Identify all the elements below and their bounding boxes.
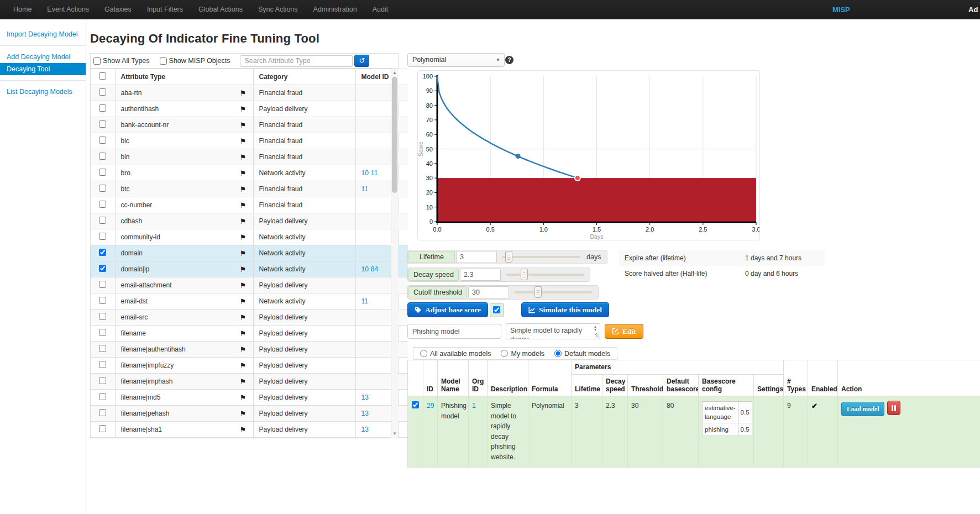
model-description-textarea[interactable]: Simple model to rapidly decay — [506, 323, 600, 339]
model-id-link[interactable]: 10 — [361, 265, 369, 273]
attribute-row-checkbox[interactable] — [99, 120, 106, 128]
filter-my-models[interactable]: My models — [501, 350, 544, 358]
simulate-model-button[interactable]: Simulate this model — [521, 302, 609, 317]
filter-all-available-models[interactable]: All available models — [420, 350, 491, 358]
model-id-link[interactable]: 11 — [361, 297, 368, 305]
nav-user-menu[interactable]: Ad — [968, 0, 978, 19]
pause-model-button[interactable] — [887, 401, 900, 415]
nav-item-galaxies[interactable]: Galaxies — [97, 6, 139, 13]
scrollbar-up-icon[interactable]: ▲ — [391, 69, 398, 76]
model-org-link[interactable]: 1 — [472, 402, 476, 410]
model-id-link[interactable]: 13 — [361, 410, 369, 417]
slider-handle[interactable] — [534, 286, 542, 298]
attribute-row-checkbox[interactable] — [99, 361, 106, 368]
scrollbar[interactable]: ▲ ▼ — [391, 69, 398, 438]
attribute-row-checkbox[interactable] — [99, 185, 106, 192]
control-input-decay-speed[interactable] — [460, 269, 501, 281]
model-id-link[interactable]: 13 — [361, 394, 369, 401]
nav-item-audit[interactable]: Audit — [365, 6, 396, 13]
adjust-base-score-button[interactable]: Adjust base score — [407, 302, 488, 317]
sidebar-item-decaying-tool[interactable]: Decaying Tool — [0, 63, 86, 75]
attribute-row[interactable]: ⚑email-dstNetwork activity11 — [91, 293, 408, 310]
attribute-row-checkbox[interactable] — [99, 409, 106, 416]
show-all-types-checkbox[interactable] — [93, 57, 101, 65]
scrollbar-down-icon[interactable]: ▼ — [391, 430, 398, 437]
attribute-row-checkbox[interactable] — [99, 313, 106, 320]
model-id-link[interactable]: 13 — [361, 426, 369, 433]
attribute-row-checkbox[interactable] — [99, 201, 106, 208]
control-slider-decay-speed[interactable] — [506, 269, 584, 281]
model-row[interactable]: 29 Phishing model 1 Simple model to rapi… — [408, 396, 980, 468]
spinner-arrows-icon[interactable]: ▲▼ — [593, 325, 598, 332]
slider-handle[interactable] — [505, 251, 512, 263]
nav-item-administration[interactable]: Administration — [306, 6, 365, 13]
attribute-row[interactable]: ⚑broNetwork activity1011 — [91, 165, 408, 181]
attribute-row[interactable]: ⚑aba-rtnFinancial fraud — [91, 85, 408, 101]
attribute-row-checkbox[interactable] — [99, 265, 106, 272]
control-slider-cutoff-threshold[interactable] — [514, 286, 593, 298]
attribute-row[interactable]: ⚑binFinancial fraud — [91, 149, 408, 165]
show-all-types-label[interactable]: Show All Types — [103, 57, 150, 65]
search-attribute-input[interactable] — [240, 55, 353, 67]
attribute-row-checkbox[interactable] — [99, 345, 106, 352]
attribute-row[interactable]: ⚑domainNetwork activity — [91, 245, 408, 261]
misp-brand[interactable]: MISP — [832, 0, 850, 19]
attribute-row-checkbox[interactable] — [99, 137, 106, 144]
attribute-row-checkbox[interactable] — [99, 393, 106, 400]
attribute-row-checkbox[interactable] — [99, 217, 106, 224]
filter-default-models[interactable]: Default models — [554, 350, 610, 358]
attribute-row[interactable]: ⚑cc-numberFinancial fraud — [91, 197, 408, 213]
nav-item-sync-actions[interactable]: Sync Actions — [250, 6, 306, 13]
show-misp-objects-label[interactable]: Show MISP Objects — [169, 57, 230, 65]
attribute-row-checkbox[interactable] — [99, 297, 106, 304]
decay-chart[interactable]: 01020304050607080901000.00.51.01.52.02.5… — [418, 71, 759, 240]
slider-handle[interactable] — [521, 269, 528, 280]
attribute-row[interactable]: ⚑domain|ipNetwork activity1084 — [91, 261, 408, 277]
attribute-row[interactable]: ⚑authentihashPayload delivery — [91, 101, 408, 117]
scrollbar-thumb[interactable] — [392, 77, 397, 193]
attribute-row-checkbox[interactable] — [99, 249, 106, 256]
filter-radio-my-models[interactable] — [501, 350, 508, 357]
attribute-row-checkbox[interactable] — [99, 88, 106, 96]
attribute-row[interactable]: ⚑email-attachmentPayload delivery — [91, 277, 408, 293]
attribute-row-checkbox[interactable] — [99, 377, 106, 384]
filter-radio-all-available-models[interactable] — [420, 350, 427, 357]
model-id-link[interactable]: 84 — [371, 265, 378, 273]
attribute-row[interactable]: ⚑filename|pehashPayload delivery13 — [91, 406, 408, 422]
control-slider-lifetime[interactable] — [502, 251, 580, 263]
nav-item-global-actions[interactable]: Global Actions — [191, 6, 250, 13]
attribute-row-checkbox[interactable] — [99, 153, 106, 160]
resize-grip-icon[interactable] — [595, 333, 599, 338]
sidebar-item-list-decaying-models[interactable]: List Decaying Models — [0, 86, 86, 98]
attribute-row[interactable]: ⚑filename|md5Payload delivery13 — [91, 390, 408, 406]
attribute-row[interactable]: ⚑filename|sha1Payload delivery13 — [91, 422, 408, 438]
attribute-row[interactable]: ⚑filename|impfuzzyPayload delivery — [91, 358, 408, 374]
attribute-row-checkbox[interactable] — [99, 281, 106, 288]
model-row-checkbox[interactable] — [412, 401, 419, 408]
attribute-row[interactable]: ⚑filename|authentihashPayload delivery — [91, 342, 408, 358]
filter-radio-default-models[interactable] — [554, 350, 562, 357]
attribute-row-checkbox[interactable] — [99, 169, 106, 176]
select-all-checkbox[interactable] — [99, 72, 106, 80]
load-model-button[interactable]: Load model — [841, 402, 884, 416]
model-id-link[interactable]: 10 — [361, 169, 369, 177]
nav-item-input-filters[interactable]: Input Filters — [139, 6, 191, 13]
control-input-cutoff-threshold[interactable] — [468, 286, 509, 298]
attribute-row[interactable]: ⚑cdhashPayload delivery — [91, 213, 408, 229]
attribute-row[interactable]: ⚑community-idNetwork activity — [91, 229, 408, 245]
attribute-row-checkbox[interactable] — [99, 233, 106, 240]
control-input-lifetime[interactable] — [456, 251, 497, 263]
attribute-row[interactable]: ⚑bank-account-nrFinancial fraud — [91, 117, 408, 133]
attribute-row[interactable]: ⚑filenamePayload delivery — [91, 326, 408, 342]
nav-item-home[interactable]: Home — [6, 6, 39, 13]
help-icon[interactable]: ? — [505, 56, 513, 64]
attribute-row[interactable]: ⚑email-srcPayload delivery — [91, 310, 408, 326]
model-id-link[interactable]: 11 — [361, 185, 368, 193]
sidebar-item-add-decaying-model[interactable]: Add Decaying Model — [0, 51, 86, 63]
formula-select[interactable]: Polynomial ▼ — [407, 53, 505, 67]
adjust-base-score-checkbox[interactable] — [493, 306, 500, 313]
attribute-row[interactable]: ⚑bicFinancial fraud — [91, 133, 408, 149]
sidebar-item-import-decaying-model[interactable]: Import Decaying Model — [0, 28, 86, 40]
model-id-link[interactable]: 29 — [427, 402, 434, 410]
model-name-input[interactable] — [407, 324, 501, 339]
